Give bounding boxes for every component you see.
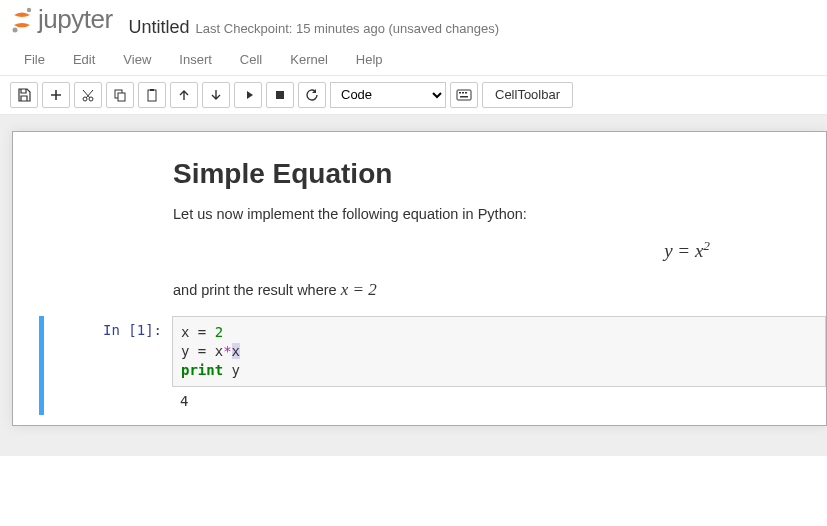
menu-kernel[interactable]: Kernel xyxy=(276,46,342,73)
markdown-heading: Simple Equation xyxy=(173,158,766,190)
checkpoint-status: Last Checkpoint: 15 minutes ago (unsaved… xyxy=(196,21,500,36)
interrupt-button[interactable] xyxy=(266,82,294,108)
menu-view[interactable]: View xyxy=(109,46,165,73)
stop-icon xyxy=(274,89,286,101)
run-icon xyxy=(242,89,254,101)
cut-button[interactable] xyxy=(74,82,102,108)
logo-text: jupyter xyxy=(38,4,113,35)
menubar: File Edit View Insert Cell Kernel Help xyxy=(0,44,827,76)
move-up-button[interactable] xyxy=(170,82,198,108)
save-button[interactable] xyxy=(10,82,38,108)
run-button[interactable] xyxy=(234,82,262,108)
paste-icon xyxy=(145,88,159,102)
svg-point-1 xyxy=(13,27,18,32)
insert-cell-button[interactable] xyxy=(42,82,70,108)
svg-rect-5 xyxy=(118,93,125,101)
menu-file[interactable]: File xyxy=(10,46,59,73)
svg-rect-7 xyxy=(150,89,154,91)
jupyter-logo-icon xyxy=(10,7,34,33)
menu-help[interactable]: Help xyxy=(342,46,397,73)
code-output: 4 xyxy=(172,387,826,415)
paste-button[interactable] xyxy=(138,82,166,108)
command-palette-button[interactable] xyxy=(450,82,478,108)
menu-insert[interactable]: Insert xyxy=(165,46,226,73)
svg-rect-8 xyxy=(276,91,284,99)
restart-icon xyxy=(305,88,319,102)
svg-rect-12 xyxy=(465,92,467,94)
menu-edit[interactable]: Edit xyxy=(59,46,109,73)
celltoolbar-button[interactable]: CellToolbar xyxy=(482,82,573,108)
svg-rect-10 xyxy=(459,92,461,94)
cell-type-select[interactable]: Code xyxy=(330,82,446,108)
svg-rect-13 xyxy=(460,96,468,98)
plus-icon xyxy=(50,89,62,101)
notebook-container: Simple Equation Let us now implement the… xyxy=(0,115,827,456)
header: jupyter Untitled Last Checkpoint: 15 min… xyxy=(0,0,827,44)
code-cell[interactable]: In [1]: x = 2 y = x*x print y 4 xyxy=(39,316,826,415)
arrow-up-icon xyxy=(178,89,190,101)
equation-display: y = x2 xyxy=(173,238,766,262)
markdown-para2: and print the result where x = 2 xyxy=(173,278,766,302)
svg-rect-9 xyxy=(457,90,471,100)
scissors-icon xyxy=(81,88,95,102)
jupyter-logo[interactable]: jupyter xyxy=(10,4,113,35)
svg-rect-11 xyxy=(462,92,464,94)
input-prompt: In [1]: xyxy=(44,316,172,415)
arrow-down-icon xyxy=(210,89,222,101)
move-down-button[interactable] xyxy=(202,82,230,108)
markdown-para1: Let us now implement the following equat… xyxy=(173,204,766,224)
menu-cell[interactable]: Cell xyxy=(226,46,276,73)
save-icon xyxy=(17,88,31,102)
keyboard-icon xyxy=(456,89,472,101)
markdown-cell[interactable]: Simple Equation Let us now implement the… xyxy=(13,158,826,302)
copy-icon xyxy=(113,88,127,102)
notebook: Simple Equation Let us now implement the… xyxy=(12,131,827,426)
svg-rect-6 xyxy=(148,90,156,101)
toolbar: Code CellToolbar xyxy=(0,76,827,115)
notebook-title[interactable]: Untitled xyxy=(129,17,190,38)
restart-button[interactable] xyxy=(298,82,326,108)
svg-point-0 xyxy=(27,7,31,11)
copy-button[interactable] xyxy=(106,82,134,108)
code-input[interactable]: x = 2 y = x*x print y xyxy=(172,316,826,387)
